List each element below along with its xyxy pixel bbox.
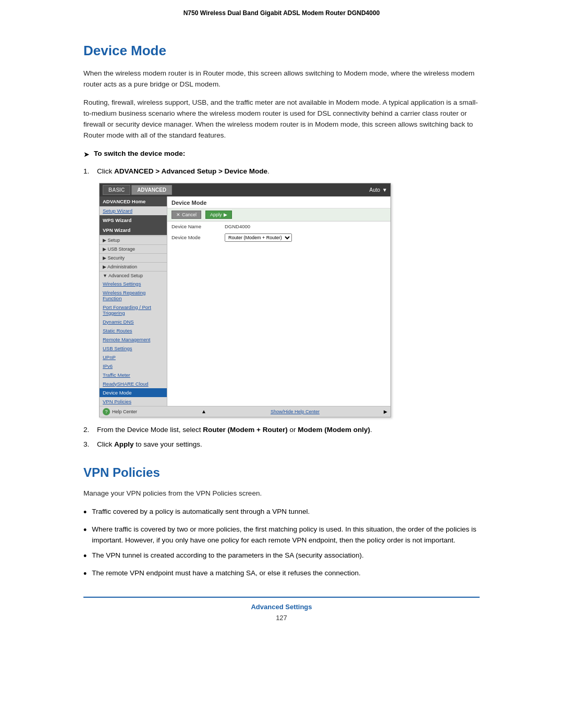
footer-label: Advanced Settings <box>83 603 480 611</box>
sidebar-setup[interactable]: ▶ Setup <box>100 237 167 244</box>
router-sidebar: ADVANCED Home Setup Wizard WPS Wizard VP… <box>100 196 167 406</box>
sidebar-device-mode[interactable]: Device Mode <box>100 388 167 397</box>
doc-header: N750 Wireless Dual Band Gigabit ADSL Mod… <box>42 0 521 22</box>
sidebar-wps-wizard[interactable]: WPS Wizard <box>100 215 167 225</box>
router-auto-select: Auto ▼ <box>370 187 387 193</box>
tab-basic[interactable]: BASIC <box>103 185 130 195</box>
router-tabs: BASIC ADVANCED <box>103 185 173 195</box>
step-2-number: 2. <box>83 425 93 435</box>
instruction-list: ➤ To switch the device mode: <box>83 149 480 160</box>
sidebar-usb-storage[interactable]: ▶ USB Storage <box>100 245 167 253</box>
bullet-icon-4: • <box>83 566 87 582</box>
sidebar-static-routes[interactable]: Static Routes <box>100 326 167 335</box>
header-title: N750 Wireless Dual Band Gigabit ADSL Mod… <box>183 9 380 17</box>
vpn-bullet-3-text: The VPN tunnel is created according to t… <box>92 550 364 561</box>
vpn-bullet-2-text: Where traffic is covered by two or more … <box>92 524 480 546</box>
sidebar-readyshare[interactable]: ReadySHARE Cloud <box>100 379 167 388</box>
scroll-arrow-icon: ▲ <box>201 409 206 414</box>
x-icon: ✕ <box>176 212 180 217</box>
router-apply-button[interactable]: Apply ▶ <box>205 211 232 219</box>
page-number: 127 <box>83 614 480 622</box>
arrow-bullet-icon: ➤ <box>83 149 90 160</box>
sidebar-setup-wizard[interactable]: Setup Wizard <box>100 206 167 215</box>
sidebar-dynamic-dns[interactable]: Dynamic DNS <box>100 317 167 326</box>
device-mode-label-ui: Device Mode <box>172 235 218 240</box>
step2-bold2: Modem (Modem only) <box>298 426 370 434</box>
sidebar-wireless-repeating[interactable]: Wireless Repeating Function <box>100 288 167 303</box>
tab-advanced[interactable]: ADVANCED <box>131 185 172 195</box>
show-hide-label[interactable]: Show/Hide Help Center <box>271 409 320 414</box>
router-cancel-button[interactable]: ✕ Cancel <box>172 211 201 219</box>
vpn-bullet-4: • The remote VPN endpoint must have a ma… <box>83 568 480 582</box>
step-3-number: 3. <box>83 439 93 450</box>
help-center-label: Help Center <box>112 409 137 414</box>
sidebar-security[interactable]: ▶ Security <box>100 254 167 262</box>
sidebar-vpn-policies[interactable]: VPN Policies <box>100 397 167 406</box>
step-1-text: Click ADVANCED > Advanced Setup > Device… <box>97 166 270 177</box>
instruction-header-item: ➤ To switch the device mode: <box>83 149 480 160</box>
device-name-label: Device Name <box>172 224 218 229</box>
sidebar-advanced-setup[interactable]: ▼ Advanced Setup <box>100 272 167 279</box>
device-name-value: DGND4000 <box>225 224 250 229</box>
router-screenshot: BASIC ADVANCED Auto ▼ ADVANCED Home Setu… <box>99 183 391 417</box>
sidebar-administration[interactable]: ▶ Administration <box>100 263 167 270</box>
bullet-icon-3: • <box>83 549 87 564</box>
instruction-header-text: To switch the device mode: <box>94 149 185 159</box>
step-1-item: 1. Click ADVANCED > Advanced Setup > Dev… <box>83 166 480 177</box>
vpn-bullet-3: • The VPN tunnel is created according to… <box>83 550 480 564</box>
step3-bold: Apply <box>114 440 134 448</box>
vpn-bullet-2: • Where traffic is covered by two or mor… <box>83 524 480 546</box>
router-action-bar: ✕ Cancel Apply ▶ <box>167 208 390 221</box>
sidebar-divider-3 <box>100 253 167 254</box>
vpn-bullet-1: • Traffic covered by a policy is automat… <box>83 507 480 520</box>
numbered-steps-list: 1. Click ADVANCED > Advanced Setup > Dev… <box>83 166 480 177</box>
router-body: ADVANCED Home Setup Wizard WPS Wizard VP… <box>100 196 390 406</box>
help-center-button[interactable]: ? Help Center <box>103 408 137 415</box>
device-mode-select[interactable]: Router (Modem + Router) <box>225 233 292 242</box>
page-footer: Advanced Settings 127 <box>83 597 480 632</box>
sidebar-divider-5 <box>100 271 167 272</box>
vpn-bullet-list: • Traffic covered by a policy is automat… <box>83 507 480 581</box>
step-3-item: 3. Click Apply to save your settings. <box>83 439 480 450</box>
step-3-text: Click Apply to save your settings. <box>97 439 202 450</box>
step2-bold1: Router (Modem + Router) <box>203 426 287 434</box>
steps-2-3-list: 2. From the Device Mode list, select Rou… <box>83 425 480 450</box>
device-mode-para1: When the wireless modem router is in Rou… <box>83 68 480 90</box>
router-top-bar: BASIC ADVANCED Auto ▼ <box>100 183 390 196</box>
sidebar-traffic-meter[interactable]: Traffic Meter <box>100 371 167 379</box>
dropdown-icon[interactable]: ▼ <box>382 187 387 193</box>
sidebar-upnp[interactable]: UPnP <box>100 353 167 362</box>
vpn-policies-title: VPN Policies <box>83 465 480 480</box>
step-1-bold: ADVANCED > Advanced Setup > Device Mode <box>114 167 267 175</box>
sidebar-remote-management[interactable]: Remote Management <box>100 335 167 344</box>
router-main-area: Device Mode ✕ Cancel Apply ▶ <box>167 196 390 406</box>
device-mode-row: Device Mode Router (Modem + Router) <box>167 231 390 244</box>
bullet-icon-2: • <box>83 523 87 538</box>
sidebar-divider-1 <box>100 236 167 236</box>
cancel-label: Cancel <box>182 212 197 217</box>
vpn-intro: Manage your VPN policies from the VPN Po… <box>83 488 480 499</box>
router-bottom-bar: ? Help Center ▲ Show/Hide Help Center ▶ <box>100 406 390 417</box>
apply-label: Apply <box>210 212 222 217</box>
question-icon: ? <box>103 408 110 415</box>
sidebar-port-forwarding[interactable]: Port Forwarding / Port Triggering <box>100 303 167 317</box>
sidebar-advanced-home[interactable]: ADVANCED Home <box>100 196 167 206</box>
auto-label: Auto <box>370 187 381 193</box>
sidebar-divider-2 <box>100 244 167 245</box>
sidebar-divider-4 <box>100 262 167 263</box>
sidebar-ipv6[interactable]: IPv6 <box>100 362 167 371</box>
scrollbar-right-icon: ▶ <box>384 409 387 414</box>
arrow-right-icon: ▶ <box>224 212 227 217</box>
router-content-spacer <box>167 244 390 306</box>
sidebar-wireless-settings[interactable]: Wireless Settings <box>100 279 167 288</box>
sidebar-vpn-wizard[interactable]: VPN Wizard <box>100 225 167 235</box>
device-mode-title: Device Mode <box>83 43 480 59</box>
bullet-icon-1: • <box>83 505 87 520</box>
device-name-row: Device Name DGND4000 <box>167 221 390 231</box>
router-page-title: Device Mode <box>167 196 390 208</box>
step-2-text: From the Device Mode list, select Router… <box>97 425 372 435</box>
sidebar-usb-settings[interactable]: USB Settings <box>100 344 167 353</box>
step-1-number: 1. <box>83 166 93 177</box>
step-2-item: 2. From the Device Mode list, select Rou… <box>83 425 480 435</box>
vpn-bullet-1-text: Traffic covered by a policy is automatic… <box>92 507 310 517</box>
